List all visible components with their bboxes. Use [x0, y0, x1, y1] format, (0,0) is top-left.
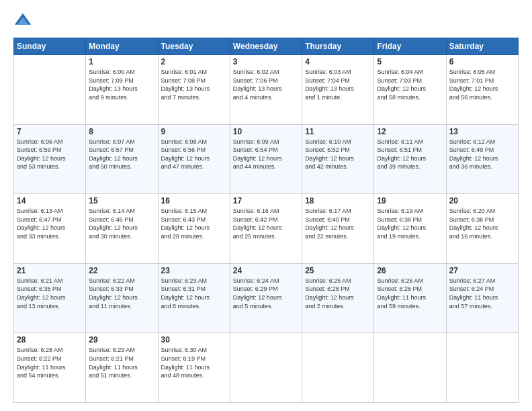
day-number: 22 [89, 266, 154, 275]
day-number: 5 [377, 57, 443, 66]
day-info: Sunrise: 6:05 AM Sunset: 7:01 PM Dayligh… [449, 68, 515, 101]
day-info: Sunrise: 6:13 AM Sunset: 6:47 PM Dayligh… [17, 207, 83, 240]
day-info: Sunrise: 6:21 AM Sunset: 6:35 PM Dayligh… [17, 277, 83, 310]
calendar-cell [374, 333, 446, 403]
calendar-week-5: 28Sunrise: 6:28 AM Sunset: 6:22 PM Dayli… [14, 333, 519, 403]
day-number: 30 [161, 335, 227, 345]
day-info: Sunrise: 6:17 AM Sunset: 6:40 PM Dayligh… [305, 207, 371, 240]
calendar-cell: 1Sunrise: 6:00 AM Sunset: 7:09 PM Daylig… [86, 55, 158, 125]
calendar-cell: 3Sunrise: 6:02 AM Sunset: 7:06 PM Daylig… [230, 55, 302, 125]
day-number: 8 [89, 127, 154, 136]
day-info: Sunrise: 6:09 AM Sunset: 6:54 PM Dayligh… [233, 138, 299, 171]
calendar-week-3: 14Sunrise: 6:13 AM Sunset: 6:47 PM Dayli… [14, 194, 519, 264]
weekday-header-monday: Monday [86, 38, 158, 55]
calendar-cell: 4Sunrise: 6:03 AM Sunset: 7:04 PM Daylig… [302, 55, 374, 125]
day-info: Sunrise: 6:22 AM Sunset: 6:33 PM Dayligh… [89, 277, 154, 310]
calendar-cell: 11Sunrise: 6:10 AM Sunset: 6:52 PM Dayli… [302, 124, 374, 194]
day-info: Sunrise: 6:00 AM Sunset: 7:09 PM Dayligh… [89, 68, 154, 101]
calendar-cell: 25Sunrise: 6:25 AM Sunset: 6:28 PM Dayli… [302, 263, 374, 333]
day-number: 26 [377, 266, 443, 275]
day-number: 12 [377, 127, 443, 136]
calendar-week-4: 21Sunrise: 6:21 AM Sunset: 6:35 PM Dayli… [14, 263, 519, 333]
day-number: 9 [161, 127, 227, 136]
calendar-cell [302, 333, 374, 403]
day-info: Sunrise: 6:29 AM Sunset: 6:21 PM Dayligh… [89, 346, 154, 379]
day-info: Sunrise: 6:19 AM Sunset: 6:38 PM Dayligh… [377, 207, 443, 240]
day-number: 4 [305, 57, 371, 66]
day-number: 17 [233, 196, 299, 205]
day-number: 1 [89, 57, 154, 66]
calendar-cell: 24Sunrise: 6:24 AM Sunset: 6:29 PM Dayli… [230, 263, 302, 333]
weekday-header-row: SundayMondayTuesdayWednesdayThursdayFrid… [14, 38, 519, 55]
calendar-week-2: 7Sunrise: 6:06 AM Sunset: 6:59 PM Daylig… [14, 124, 519, 194]
calendar-cell: 8Sunrise: 6:07 AM Sunset: 6:57 PM Daylig… [86, 124, 158, 194]
day-number: 15 [89, 196, 154, 205]
day-info: Sunrise: 6:06 AM Sunset: 6:59 PM Dayligh… [17, 138, 83, 171]
calendar-cell: 16Sunrise: 6:15 AM Sunset: 6:43 PM Dayli… [158, 194, 230, 264]
day-number: 11 [305, 127, 371, 136]
logo [13, 12, 35, 31]
day-info: Sunrise: 6:24 AM Sunset: 6:29 PM Dayligh… [233, 277, 299, 310]
calendar-cell: 21Sunrise: 6:21 AM Sunset: 6:35 PM Dayli… [14, 263, 86, 333]
day-number: 10 [233, 127, 299, 136]
day-info: Sunrise: 6:07 AM Sunset: 6:57 PM Dayligh… [89, 138, 154, 171]
weekday-header-tuesday: Tuesday [158, 38, 230, 55]
day-number: 7 [17, 127, 83, 136]
day-info: Sunrise: 6:16 AM Sunset: 6:42 PM Dayligh… [233, 207, 299, 240]
calendar-cell: 29Sunrise: 6:29 AM Sunset: 6:21 PM Dayli… [86, 333, 158, 403]
calendar-cell: 9Sunrise: 6:08 AM Sunset: 6:56 PM Daylig… [158, 124, 230, 194]
day-info: Sunrise: 6:12 AM Sunset: 6:49 PM Dayligh… [449, 138, 515, 171]
day-info: Sunrise: 6:20 AM Sunset: 6:36 PM Dayligh… [449, 207, 515, 240]
day-number: 24 [233, 266, 299, 275]
day-number: 23 [161, 266, 227, 275]
calendar-cell: 18Sunrise: 6:17 AM Sunset: 6:40 PM Dayli… [302, 194, 374, 264]
calendar-cell [14, 55, 86, 125]
day-number: 3 [233, 57, 299, 66]
calendar-cell: 2Sunrise: 6:01 AM Sunset: 7:08 PM Daylig… [158, 55, 230, 125]
calendar-cell: 20Sunrise: 6:20 AM Sunset: 6:36 PM Dayli… [446, 194, 518, 264]
weekday-header-wednesday: Wednesday [230, 38, 302, 55]
weekday-header-thursday: Thursday [302, 38, 374, 55]
calendar-cell: 22Sunrise: 6:22 AM Sunset: 6:33 PM Dayli… [86, 263, 158, 333]
day-number: 27 [449, 266, 515, 275]
calendar-cell: 19Sunrise: 6:19 AM Sunset: 6:38 PM Dayli… [374, 194, 446, 264]
calendar-cell: 5Sunrise: 6:04 AM Sunset: 7:03 PM Daylig… [374, 55, 446, 125]
logo-icon [13, 12, 32, 31]
day-info: Sunrise: 6:25 AM Sunset: 6:28 PM Dayligh… [305, 277, 371, 310]
calendar-table: SundayMondayTuesdayWednesdayThursdayFrid… [13, 38, 519, 403]
day-number: 16 [161, 196, 227, 205]
page: SundayMondayTuesdayWednesdayThursdayFrid… [0, 0, 532, 411]
weekday-header-sunday: Sunday [14, 38, 86, 55]
day-info: Sunrise: 6:10 AM Sunset: 6:52 PM Dayligh… [305, 138, 371, 171]
day-number: 2 [161, 57, 227, 66]
calendar-cell: 13Sunrise: 6:12 AM Sunset: 6:49 PM Dayli… [446, 124, 518, 194]
calendar-cell: 6Sunrise: 6:05 AM Sunset: 7:01 PM Daylig… [446, 55, 518, 125]
day-number: 13 [449, 127, 515, 136]
calendar-cell: 30Sunrise: 6:30 AM Sunset: 6:19 PM Dayli… [158, 333, 230, 403]
day-info: Sunrise: 6:08 AM Sunset: 6:56 PM Dayligh… [161, 138, 227, 171]
day-info: Sunrise: 6:04 AM Sunset: 7:03 PM Dayligh… [377, 68, 443, 101]
calendar-cell [230, 333, 302, 403]
day-info: Sunrise: 6:11 AM Sunset: 6:51 PM Dayligh… [377, 138, 443, 171]
day-number: 6 [449, 57, 515, 66]
weekday-header-saturday: Saturday [446, 38, 518, 55]
calendar-cell: 23Sunrise: 6:23 AM Sunset: 6:31 PM Dayli… [158, 263, 230, 333]
calendar-cell: 7Sunrise: 6:06 AM Sunset: 6:59 PM Daylig… [14, 124, 86, 194]
day-number: 28 [17, 335, 83, 345]
day-number: 29 [89, 335, 154, 345]
calendar-cell: 26Sunrise: 6:26 AM Sunset: 6:26 PM Dayli… [374, 263, 446, 333]
day-info: Sunrise: 6:27 AM Sunset: 6:24 PM Dayligh… [449, 277, 515, 310]
day-number: 19 [377, 196, 443, 205]
weekday-header-friday: Friday [374, 38, 446, 55]
calendar-cell: 15Sunrise: 6:14 AM Sunset: 6:45 PM Dayli… [86, 194, 158, 264]
day-info: Sunrise: 6:23 AM Sunset: 6:31 PM Dayligh… [161, 277, 227, 310]
day-number: 25 [305, 266, 371, 275]
day-info: Sunrise: 6:15 AM Sunset: 6:43 PM Dayligh… [161, 207, 227, 240]
calendar-cell: 17Sunrise: 6:16 AM Sunset: 6:42 PM Dayli… [230, 194, 302, 264]
day-number: 14 [17, 196, 83, 205]
day-info: Sunrise: 6:28 AM Sunset: 6:22 PM Dayligh… [17, 346, 83, 379]
calendar-cell: 27Sunrise: 6:27 AM Sunset: 6:24 PM Dayli… [446, 263, 518, 333]
calendar-cell: 28Sunrise: 6:28 AM Sunset: 6:22 PM Dayli… [14, 333, 86, 403]
day-info: Sunrise: 6:30 AM Sunset: 6:19 PM Dayligh… [161, 346, 227, 379]
day-info: Sunrise: 6:02 AM Sunset: 7:06 PM Dayligh… [233, 68, 299, 101]
